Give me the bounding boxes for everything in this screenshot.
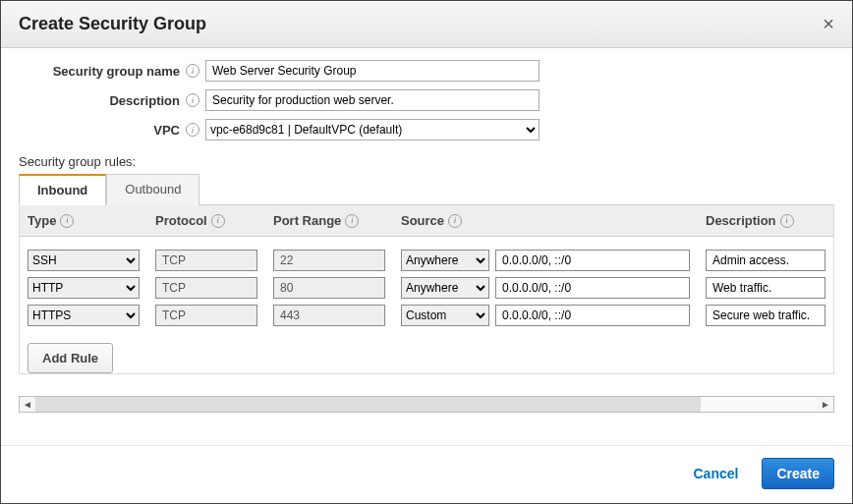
header-description-label: Description (706, 213, 776, 228)
vpc-label: VPC (153, 123, 180, 138)
create-security-group-dialog: Create Security Group × Security group n… (0, 0, 853, 504)
header-type-label: Type (28, 213, 56, 228)
header-type: Type i (20, 205, 147, 236)
rule-row: HTTPS Custom (20, 302, 833, 329)
add-rule-button[interactable]: Add Rule (28, 343, 113, 373)
rule-source-cidr-input[interactable] (495, 277, 690, 299)
rule-protocol-input (155, 250, 257, 271)
rules-header: Type i Protocol i Port Range i Source i … (20, 205, 833, 237)
security-group-name-input[interactable] (205, 60, 540, 82)
rule-row: SSH Anywhere (20, 247, 833, 274)
horizontal-scrollbar[interactable]: ◄ ► (19, 396, 834, 413)
form-row-vpc: VPC i vpc-e68d9c81 | DefaultVPC (default… (19, 119, 834, 140)
info-icon[interactable]: i (186, 64, 199, 78)
create-button[interactable]: Create (762, 458, 834, 489)
rule-port-input (273, 277, 385, 299)
tabs: Inbound Outbound (19, 173, 834, 205)
description-input[interactable] (205, 89, 540, 111)
tab-outbound[interactable]: Outbound (106, 174, 199, 205)
rules-body: SSH Anywhere HTTP (20, 237, 833, 373)
rule-description-input[interactable] (706, 277, 825, 299)
rule-source-mode-select[interactable]: Anywhere (401, 250, 489, 271)
close-icon[interactable]: × (823, 13, 834, 35)
scroll-left-arrow-icon[interactable]: ◄ (20, 399, 35, 410)
rule-source-mode-select[interactable]: Custom (401, 305, 489, 326)
info-icon[interactable]: i (780, 214, 794, 228)
rule-type-select[interactable]: HTTPS (28, 305, 140, 326)
rule-source-cidr-input[interactable] (495, 305, 690, 326)
cancel-button[interactable]: Cancel (687, 465, 744, 482)
vpc-label-wrap: VPC i (19, 123, 205, 138)
header-description: Description i (698, 205, 833, 236)
header-protocol-label: Protocol (155, 213, 207, 228)
info-icon[interactable]: i (211, 214, 225, 228)
dialog-body: Security group name i Description i VPC … (1, 48, 852, 445)
form-row-name: Security group name i (19, 60, 834, 82)
rule-port-input (273, 305, 385, 326)
dialog-title: Create Security Group (19, 14, 206, 34)
info-icon[interactable]: i (345, 214, 359, 228)
dialog-footer: Cancel Create (1, 445, 852, 503)
rule-type-select[interactable]: HTTP (28, 277, 140, 299)
dialog-header: Create Security Group × (1, 1, 852, 48)
info-icon[interactable]: i (186, 93, 199, 107)
scroll-track[interactable] (35, 397, 818, 412)
rule-type-select[interactable]: SSH (28, 250, 140, 271)
rules-label: Security group rules: (19, 154, 834, 169)
scroll-right-arrow-icon[interactable]: ► (818, 399, 833, 410)
rule-protocol-input (155, 305, 257, 326)
name-label-wrap: Security group name i (19, 64, 205, 79)
description-label: Description (109, 93, 180, 108)
info-icon[interactable]: i (186, 123, 199, 137)
tab-inbound[interactable]: Inbound (19, 174, 106, 205)
info-icon[interactable]: i (60, 214, 74, 228)
rule-source-cidr-input[interactable] (495, 250, 690, 271)
form-row-description: Description i (19, 89, 834, 111)
header-source-label: Source (401, 213, 444, 228)
header-port: Port Range i (265, 205, 393, 236)
name-label: Security group name (53, 64, 180, 79)
header-source: Source i (393, 205, 698, 236)
scroll-thumb[interactable] (35, 397, 701, 412)
info-icon[interactable]: i (448, 214, 462, 228)
rule-source-mode-select[interactable]: Anywhere (401, 277, 489, 299)
rules-table: Type i Protocol i Port Range i Source i … (19, 205, 834, 374)
rule-port-input (273, 250, 385, 271)
rule-protocol-input (155, 277, 257, 299)
header-port-label: Port Range (273, 213, 341, 228)
rule-row: HTTP Anywhere (20, 274, 833, 302)
vpc-select[interactable]: vpc-e68d9c81 | DefaultVPC (default) (205, 119, 540, 140)
header-protocol: Protocol i (147, 205, 265, 236)
rule-description-input[interactable] (706, 305, 825, 326)
description-label-wrap: Description i (19, 93, 205, 108)
rule-description-input[interactable] (706, 250, 825, 271)
